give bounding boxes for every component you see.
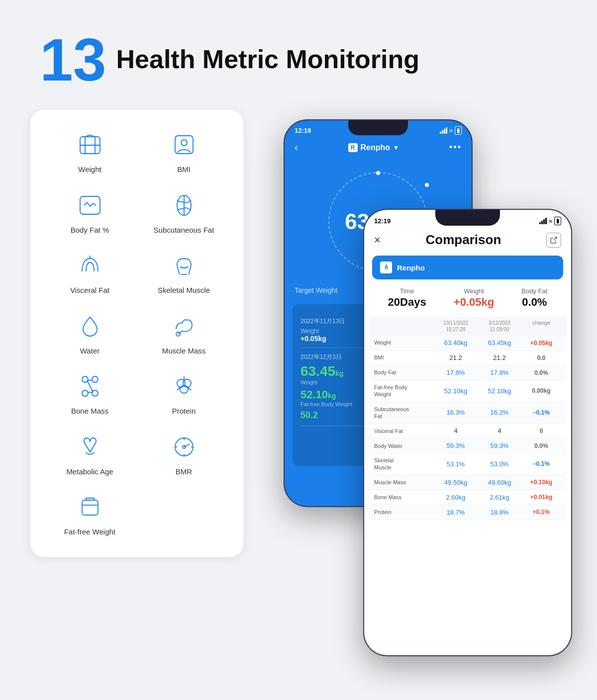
signal-icon bbox=[440, 127, 447, 134]
cell-change: 0.0% bbox=[521, 442, 561, 449]
cell-change: +0.1% bbox=[521, 509, 561, 516]
metric-fatfree: Fat-free Weight bbox=[45, 492, 134, 537]
metabolic-icon bbox=[75, 432, 105, 462]
cell-v1: 16.3% bbox=[434, 409, 478, 416]
skeletal-icon bbox=[169, 251, 199, 280]
cell-v1: 59.3% bbox=[434, 442, 478, 449]
more-options-icon[interactable]: ••• bbox=[449, 142, 462, 153]
metrics-card: Weight BMI Body Fat % S bbox=[30, 109, 244, 557]
renpho-text: Renpho bbox=[397, 263, 425, 272]
metric-skeletal: Skeletal Muscle bbox=[139, 251, 228, 295]
page-header: 13 Health Metric Monitoring bbox=[0, 0, 597, 109]
close-button[interactable]: × bbox=[374, 234, 381, 247]
metric-weight: Weight bbox=[45, 130, 134, 175]
table-row: Body Fat 17.8% 17.8% 0.0% bbox=[369, 365, 566, 380]
svg-rect-27 bbox=[82, 500, 98, 515]
table-row: Fat-free BodyWeight 52.10kg 52.10kg 0.00… bbox=[369, 380, 566, 402]
svg-rect-4 bbox=[175, 136, 193, 154]
cell-change: +0.05kg bbox=[521, 340, 561, 347]
table-row: BMI 21.2 21.2 0.0 bbox=[369, 350, 566, 365]
cell-v2: 17.8% bbox=[478, 369, 521, 376]
svg-line-19 bbox=[177, 387, 180, 390]
summary-bodyfat-label: Body Fat bbox=[521, 287, 547, 295]
summary-weight: Weight +0.05kg bbox=[454, 287, 494, 309]
weight-icon bbox=[75, 130, 105, 160]
renpho-banner: R̄ Renpho bbox=[372, 256, 563, 279]
metric-bmi: BMI bbox=[139, 130, 228, 175]
dropdown-icon[interactable]: ▼ bbox=[393, 144, 399, 151]
metric-bmr: BMR bbox=[139, 432, 228, 477]
table-row: Body Water 59.3% 59.3% 0.0% bbox=[369, 438, 566, 453]
col-header-change: change bbox=[521, 320, 561, 333]
summary-weight-value: +0.05kg bbox=[454, 296, 494, 309]
svg-rect-6 bbox=[80, 196, 100, 214]
summary-time-value: 20Days bbox=[388, 296, 426, 309]
cell-change: 0 bbox=[521, 428, 561, 435]
cell-v1: 17.8% bbox=[434, 369, 478, 376]
cell-label: Protein bbox=[374, 509, 434, 516]
bodyfat-icon bbox=[75, 190, 105, 220]
svg-point-12 bbox=[92, 376, 98, 382]
cell-v2: 18.8% bbox=[478, 509, 521, 516]
metric-metabolic: Metabolic Age bbox=[45, 432, 134, 477]
bone-icon bbox=[75, 371, 105, 401]
front-signal-icon bbox=[539, 218, 547, 224]
cell-v2: 21.2 bbox=[478, 354, 521, 361]
cell-label: Bone Mass bbox=[374, 494, 434, 501]
water-icon bbox=[75, 311, 105, 341]
wifi-icon: ≈ bbox=[449, 127, 453, 134]
cell-v1: 21.2 bbox=[434, 354, 478, 361]
phone-front-screen: 12:19 ≈ ▮ × Comparis bbox=[364, 210, 571, 655]
cell-change: 0.0% bbox=[521, 369, 561, 376]
time-display: 12:19 bbox=[295, 127, 311, 134]
cell-label: Fat-free BodyWeight bbox=[374, 384, 434, 398]
cell-change: 0.0 bbox=[521, 354, 561, 361]
weight-label: Weight bbox=[78, 165, 101, 175]
battery-icon: ▮ bbox=[455, 126, 462, 135]
cell-v2: 63.45kg bbox=[478, 339, 521, 347]
bmr-icon bbox=[169, 432, 199, 462]
cell-v1: 18.7% bbox=[434, 509, 478, 516]
summary-weight-label: Weight bbox=[464, 287, 484, 295]
col-header-metric bbox=[374, 320, 434, 333]
subcutaneous-icon bbox=[169, 190, 199, 220]
cell-label: Weight bbox=[374, 339, 434, 346]
phone-back-navbar: ‹ R Renpho ▼ ••• bbox=[285, 138, 472, 157]
muscle-label: Muscle Mass bbox=[162, 346, 206, 356]
summary-bodyfat-value: 0.0% bbox=[522, 296, 547, 309]
svg-point-14 bbox=[92, 390, 98, 396]
phone-back-notch bbox=[348, 120, 408, 135]
cell-label: SubcutaneousFat bbox=[374, 406, 434, 420]
skeletal-label: Skeletal Muscle bbox=[158, 285, 210, 295]
back-arrow-icon[interactable]: ‹ bbox=[295, 142, 298, 153]
table-row: Muscle Mass 49.50kg 49.60kg +0.10kg bbox=[369, 475, 566, 490]
cell-change: −0.1% bbox=[521, 409, 561, 416]
cell-v1: 49.50kg bbox=[434, 479, 478, 486]
cell-v2: 52.10kg bbox=[478, 387, 521, 395]
table-row: Weight 63.40kg 63.45kg +0.05kg bbox=[369, 336, 566, 350]
cell-label: Muscle Mass bbox=[374, 479, 434, 486]
col-header-date1: 13/11/202215:27:28 bbox=[434, 320, 478, 333]
renpho-logo: R̄ bbox=[380, 262, 392, 273]
visceral-label: Visceral Fat bbox=[70, 285, 109, 295]
protein-icon bbox=[169, 371, 199, 401]
bmi-label: BMI bbox=[177, 165, 191, 175]
metric-protein: Protein bbox=[139, 371, 228, 416]
cell-v1: 53.1% bbox=[434, 460, 478, 468]
phones-container: 12:19 ≈ ▮ ‹ bbox=[264, 109, 567, 656]
fatfree-label: Fat-free Weight bbox=[64, 527, 115, 537]
cell-change: +0.01kg bbox=[521, 494, 561, 501]
share-button[interactable] bbox=[546, 233, 561, 248]
cell-label: Body Water bbox=[374, 442, 434, 449]
subcutaneous-label: Subcutaneous Fat bbox=[154, 225, 214, 235]
metrics-grid: Weight BMI Body Fat % S bbox=[45, 130, 228, 537]
front-wifi-icon: ≈ bbox=[549, 218, 552, 225]
bone-label: Bone Mass bbox=[71, 406, 108, 416]
bmi-icon bbox=[169, 130, 199, 160]
metric-muscle: Muscle Mass bbox=[139, 311, 228, 356]
cell-change: −0.1% bbox=[521, 460, 561, 467]
bmr-label: BMR bbox=[176, 467, 192, 477]
summary-time: Time 20Days bbox=[388, 287, 426, 309]
front-status-icons: ≈ ▮ bbox=[539, 217, 561, 225]
metric-visceral: Visceral Fat bbox=[45, 251, 134, 295]
